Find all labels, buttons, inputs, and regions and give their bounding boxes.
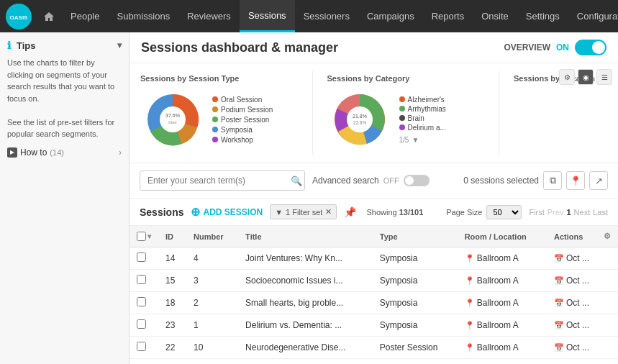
- nav-sessions[interactable]: Sessions: [240, 0, 295, 32]
- legend-dot-symposia: [212, 127, 218, 132]
- row-date: 📅 Oct ...: [547, 292, 596, 314]
- row-actions-cell: [596, 337, 618, 359]
- sidebar: ℹ Tips ▾ Use the charts to filter by cli…: [0, 32, 129, 364]
- row-title: Joint Ventures: Why Kn...: [238, 247, 373, 270]
- nav-home-button[interactable]: [36, 0, 62, 32]
- sort-type[interactable]: Type: [380, 232, 450, 241]
- overview-toggle-switch[interactable]: [575, 40, 606, 55]
- advanced-search-toggle[interactable]: [404, 175, 430, 186]
- row-checkbox[interactable]: [137, 342, 146, 351]
- selected-count-text: 0 sessions selected: [463, 176, 539, 186]
- nav-people[interactable]: People: [62, 0, 108, 32]
- row-checkbox[interactable]: [137, 275, 146, 284]
- row-id: 18: [158, 292, 186, 314]
- selected-count-area: 0 sessions selected ⧉ 📍 ↗: [463, 171, 608, 190]
- howto-left: ▶ How to (14): [7, 147, 64, 158]
- sort-id[interactable]: ID: [165, 232, 179, 241]
- search-input[interactable]: [140, 170, 305, 191]
- svg-text:37.6%: 37.6%: [165, 113, 180, 118]
- nav-onsite[interactable]: Onsite: [473, 0, 517, 32]
- row-checkbox[interactable]: [137, 252, 146, 262]
- pagination: First Prev 1 Next Last: [529, 208, 608, 217]
- advanced-search-state: OFF: [383, 176, 399, 185]
- legend-alzheimers-label: Alzheimer's: [408, 96, 445, 104]
- nav-configuration[interactable]: Configuration: [568, 0, 618, 32]
- location-pin-icon: 📍: [465, 299, 475, 308]
- category-nav[interactable]: 1/5 ▼: [399, 136, 446, 144]
- row-location: 📍Ballroom A: [458, 247, 547, 270]
- legend-delirium-label: Delirium a...: [408, 124, 446, 132]
- sort-number[interactable]: Number: [194, 232, 231, 241]
- select-all-checkbox[interactable]: [137, 232, 146, 241]
- showing-info: Showing 13/101: [366, 208, 423, 217]
- prev-page-link[interactable]: Prev: [547, 208, 564, 217]
- nav-sessioners[interactable]: Sessioners: [295, 0, 358, 32]
- nav-reviewers[interactable]: Reviewers: [178, 0, 240, 32]
- row-id: 22: [158, 337, 186, 359]
- row-date: 📅 Oct ...: [547, 270, 596, 292]
- row-checkbox-cell: [129, 270, 158, 292]
- sort-location[interactable]: Room / Location: [465, 232, 540, 241]
- select-dropdown-icon[interactable]: ▾: [147, 232, 151, 240]
- th-gear: ⚙: [596, 226, 618, 247]
- tips-chevron-icon: ▾: [117, 40, 122, 50]
- showing-label: Showing: [366, 208, 396, 217]
- row-date: 📅 Oct ...: [547, 314, 596, 337]
- table-row: 22 10 Neurodegenerative Dise... Poster S…: [129, 337, 618, 359]
- table-body: 14 4 Joint Ventures: Why Kn... Symposia …: [129, 247, 618, 359]
- chart-settings-btn[interactable]: ⚙: [559, 69, 575, 85]
- th-id-label: ID: [165, 232, 173, 241]
- filter-badge[interactable]: ▼ 1 Filter set ✕: [270, 204, 337, 219]
- calendar-icon: 📅: [554, 343, 564, 352]
- nav-reports[interactable]: Reports: [423, 0, 473, 32]
- location-pin-icon: 📍: [465, 276, 475, 286]
- howto-arrow-icon: ›: [119, 147, 122, 158]
- next-page-link[interactable]: Next: [574, 208, 591, 217]
- export-button[interactable]: ↗: [589, 171, 608, 190]
- nav-submissions[interactable]: Submissions: [108, 0, 178, 32]
- legend-arrhythmias-label: Arrhythmias: [408, 105, 446, 113]
- legend-podium-label: Podium Session: [221, 106, 273, 114]
- row-checkbox[interactable]: [137, 297, 146, 306]
- row-title: Neurodegenerative Dise...: [238, 337, 373, 359]
- th-location-label: Room / Location: [465, 232, 527, 241]
- chart-pie-btn[interactable]: ◉: [578, 69, 594, 85]
- legend-workshop: Workshop: [212, 136, 273, 144]
- chart-bar-btn[interactable]: ☰: [596, 69, 612, 85]
- search-button[interactable]: 🔍: [291, 176, 302, 186]
- location-button[interactable]: 📍: [566, 171, 585, 190]
- legend-dot-podium: [212, 106, 218, 112]
- add-session-button[interactable]: ⊕ ADD SESSION: [191, 205, 263, 219]
- last-page-link[interactable]: Last: [593, 208, 608, 217]
- page-size-select[interactable]: 10 25 50 100: [486, 205, 522, 219]
- row-checkbox[interactable]: [137, 319, 146, 329]
- copy-button[interactable]: ⧉: [543, 171, 562, 190]
- row-actions-cell: [596, 247, 618, 270]
- svg-point-7: [347, 106, 373, 132]
- gear-icon[interactable]: ⚙: [604, 232, 611, 240]
- category-chart: Sessions by Category 21.8%: [324, 70, 489, 155]
- nav-campaigns[interactable]: Campaigns: [358, 0, 423, 32]
- search-input-wrapper: 🔍: [140, 170, 305, 191]
- legend-arrhythmias: Arrhythmias: [399, 105, 446, 113]
- row-checkbox-cell: [129, 337, 158, 359]
- row-checkbox-cell: [129, 314, 158, 337]
- first-page-link[interactable]: First: [529, 208, 544, 217]
- chart-tools: ⚙ ◉ ☰: [559, 69, 612, 85]
- row-location: 📍Ballroom A: [458, 314, 547, 337]
- tips-header[interactable]: ℹ Tips ▾: [7, 40, 122, 51]
- overview-toggle-area: OVERVIEW ON: [504, 40, 606, 55]
- howto-section[interactable]: ▶ How to (14) ›: [7, 147, 122, 158]
- row-title: Socioeconomic Issues i...: [238, 270, 373, 292]
- row-number: 10: [186, 337, 238, 359]
- legend-oral: Oral Session: [212, 96, 273, 104]
- sort-title[interactable]: Title: [245, 232, 365, 241]
- tips-title: Tips: [17, 40, 36, 51]
- svg-text:OASIS: OASIS: [10, 14, 29, 21]
- location-pin-icon: 📍: [465, 321, 475, 330]
- showing-count: 13/101: [399, 208, 424, 217]
- category-inner: 21.8% 22.8% Alzheimer's Arrhythmias: [327, 87, 485, 152]
- row-checkbox-cell: [129, 292, 158, 314]
- category-nav-dropdown-icon: ▼: [412, 136, 419, 144]
- nav-settings[interactable]: Settings: [517, 0, 568, 32]
